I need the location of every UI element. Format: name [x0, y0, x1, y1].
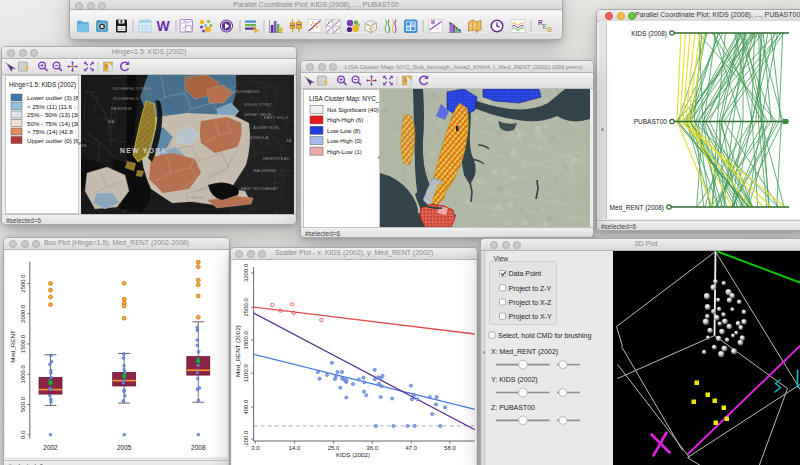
svg-text:Med_RENT: Med_RENT — [9, 330, 16, 363]
svg-text:FAIRVIEW: FAIRVIEW — [111, 106, 132, 111]
svg-text:KINGS POINT: KINGS POINT — [244, 102, 272, 107]
svg-text:MA: MA — [108, 119, 115, 124]
svg-text:NEW YORK: NEW YORK — [120, 147, 168, 154]
svg-text:3.0: 3.0 — [251, 445, 260, 451]
svg-text:> 75% (14) [42.8 : 6: > 75% (14) [42.8 : 6 — [27, 128, 78, 135]
svg-text:2500.0: 2500.0 — [20, 274, 26, 293]
svg-text:500.0: 500.0 — [20, 396, 26, 412]
svg-text:1800.0: 1800.0 — [243, 330, 249, 349]
svg-text:ALBERTSON: ALBERTSON — [253, 125, 279, 130]
svg-text:X: Med_RENT (2002): X: Med_RENT (2002) — [491, 348, 558, 356]
svg-text:High-Low (1): High-Low (1) — [327, 148, 362, 155]
svg-text:1000.0: 1000.0 — [20, 364, 26, 383]
svg-text:SA: SA — [286, 138, 292, 143]
svg-text:RIDGEFIELD: RIDGEFIELD — [113, 96, 139, 101]
svg-text:2000.0: 2000.0 — [20, 304, 26, 323]
svg-text:WOOD: WOOD — [191, 195, 205, 200]
svg-text:400.0: 400.0 — [243, 399, 249, 415]
svg-text:M: M — [431, 20, 435, 25]
svg-text:Data Point: Data Point — [509, 270, 542, 277]
svg-text:LISA Cluster Map: NYC_: LISA Cluster Map: NYC_ — [309, 95, 379, 103]
svg-text:50% - 75% (14) [38: 50% - 75% (14) [38 — [27, 120, 78, 127]
svg-text:Project to X-Z: Project to X-Z — [509, 299, 553, 307]
svg-text:Project to X-Y: Project to X-Y — [509, 313, 553, 321]
svg-text:RK: RK — [81, 143, 87, 148]
svg-text:KIDS (2008): KIDS (2008) — [631, 30, 667, 38]
svg-text:Hinge=1.5: KIDS (2002): Hinge=1.5: KIDS (2002) — [9, 81, 76, 89]
svg-text:MANORHAVEN: MANORHAVEN — [229, 89, 259, 94]
svg-text:Low-Low (8): Low-Low (8) — [327, 127, 361, 134]
svg-text:Upper outlier (0) [6: Upper outlier (0) [6 — [27, 137, 78, 144]
svg-text:Not Significant (40): Not Significant (40) — [327, 106, 379, 113]
svg-text:Lower outlier (3) [8: Lower outlier (3) [8 — [27, 94, 78, 101]
svg-text:Med_RENT (2008): Med_RENT (2008) — [610, 204, 664, 212]
svg-text:High-High (6): High-High (6) — [327, 116, 363, 123]
svg-text:2002: 2002 — [43, 444, 58, 451]
svg-text:2005: 2005 — [117, 444, 132, 451]
svg-text:Z: PUBAST00: Z: PUBAST00 — [491, 404, 535, 411]
svg-text:HEMPSTEAD: HEMPSTEAD — [263, 156, 290, 161]
svg-text:2500.0: 2500.0 — [243, 297, 249, 316]
svg-text:EAST ROCKAWAY: EAST ROCKAWAY — [241, 186, 278, 191]
svg-text:G: G — [547, 26, 552, 33]
svg-text:RO: RO — [189, 77, 195, 82]
svg-text:Project to Z-Y: Project to Z-Y — [509, 285, 552, 293]
svg-text:47.0: 47.0 — [405, 445, 417, 451]
svg-text:RIDGEFIELD PARK: RIDGEFIELD PARK — [113, 86, 152, 91]
svg-text:14.0: 14.0 — [289, 445, 301, 451]
svg-text:3200.0: 3200.0 — [243, 263, 249, 282]
svg-text:Y: KIDS (2002): Y: KIDS (2002) — [491, 376, 538, 384]
svg-text:Select, hold CMD for brushing: Select, hold CMD for brushing — [498, 332, 591, 340]
svg-text:MINEOLA: MINEOLA — [249, 135, 269, 140]
svg-text:2008: 2008 — [191, 444, 206, 451]
svg-text:Low-High (0): Low-High (0) — [327, 137, 362, 144]
svg-text:Med_RENT (2002): Med_RENT (2002) — [234, 325, 241, 377]
svg-text:PUBAST00: PUBAST00 — [634, 118, 668, 125]
svg-text:MALVERNE: MALVERNE — [253, 168, 276, 173]
svg-text:W: W — [156, 18, 170, 34]
svg-text:1500.0: 1500.0 — [20, 334, 26, 353]
svg-text:58.0: 58.0 — [444, 445, 456, 451]
svg-text:KIDS (2002): KIDS (2002) — [336, 451, 370, 458]
svg-text:25% - 50% (13) [30: 25% - 50% (13) [30 — [27, 111, 78, 118]
svg-text:EAST HILLS: EAST HILLS — [264, 115, 289, 120]
svg-text:< 25% (11) [11.6 : 3: < 25% (11) [11.6 : 3 — [27, 103, 78, 110]
svg-text:-200.0: -200.0 — [243, 430, 249, 448]
svg-text:1100.0: 1100.0 — [243, 364, 249, 383]
svg-text:0.0: 0.0 — [20, 430, 26, 439]
